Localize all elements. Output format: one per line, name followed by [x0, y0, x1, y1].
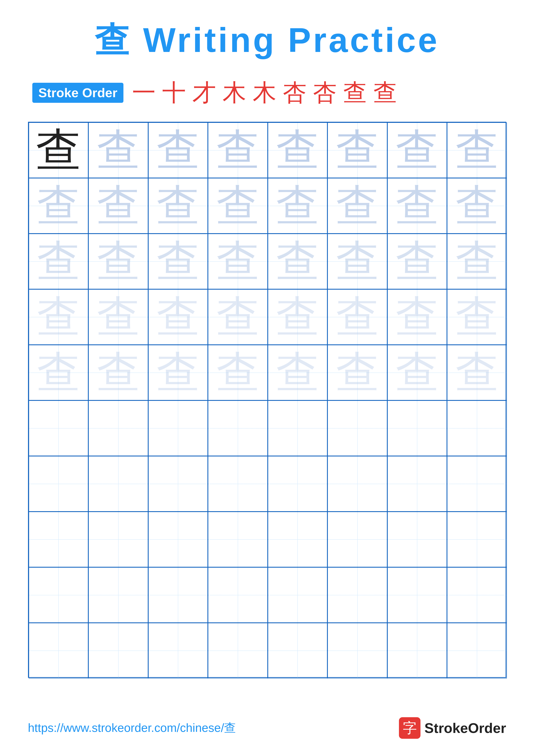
cell-char: 查 — [276, 184, 319, 228]
grid-cell[interactable] — [208, 567, 268, 623]
grid-cell[interactable] — [387, 512, 447, 567]
grid-cell[interactable]: 查 — [208, 345, 268, 400]
grid-cell[interactable]: 查 — [148, 233, 208, 289]
grid-cell[interactable]: 查 — [148, 345, 208, 400]
grid-cell[interactable]: 查 — [29, 345, 89, 400]
stroke-4: 木 — [222, 77, 246, 109]
grid-cell[interactable] — [29, 567, 89, 623]
grid-cell[interactable]: 查 — [268, 289, 328, 345]
grid-cell[interactable] — [148, 567, 208, 623]
cell-char: 查 — [36, 127, 81, 173]
cell-char: 查 — [156, 240, 199, 283]
grid-cell[interactable] — [387, 400, 447, 456]
grid-cell[interactable] — [148, 400, 208, 456]
grid-cell[interactable]: 查 — [148, 122, 208, 178]
grid-cell[interactable] — [208, 512, 268, 567]
page-title: 查 Writing Practice — [95, 17, 440, 64]
grid-cell[interactable]: 查 — [447, 178, 507, 233]
grid-cell[interactable]: 查 — [327, 122, 387, 178]
grid-cell[interactable] — [208, 456, 268, 512]
grid-cell[interactable] — [29, 400, 89, 456]
grid-cell[interactable]: 查 — [268, 178, 328, 233]
grid-cell[interactable]: 查 — [327, 345, 387, 400]
grid-cell[interactable] — [88, 456, 148, 512]
grid-cell[interactable] — [447, 567, 507, 623]
grid-cell[interactable]: 查 — [208, 289, 268, 345]
grid-cell[interactable] — [447, 400, 507, 456]
grid-cell[interactable]: 查 — [387, 178, 447, 233]
grid-cell[interactable]: 查 — [88, 233, 148, 289]
grid-cell[interactable]: 查 — [327, 178, 387, 233]
grid-cell[interactable]: 查 — [148, 289, 208, 345]
grid-cell[interactable] — [327, 400, 387, 456]
grid-cell[interactable]: 查 — [327, 233, 387, 289]
grid-cell[interactable]: 查 — [29, 233, 89, 289]
cell-char: 查 — [156, 351, 199, 394]
cell-char: 查 — [395, 184, 439, 228]
grid-cell[interactable] — [327, 623, 387, 678]
grid-cell[interactable] — [88, 400, 148, 456]
cell-char: 查 — [37, 184, 80, 228]
grid-cell[interactable] — [88, 623, 148, 678]
cell-char: 查 — [276, 351, 319, 394]
grid-cell[interactable]: 查 — [208, 233, 268, 289]
grid-cell[interactable]: 查 — [148, 178, 208, 233]
cell-char: 查 — [37, 240, 80, 283]
grid-cell[interactable] — [268, 512, 328, 567]
grid-cell[interactable]: 查 — [29, 178, 89, 233]
grid-cell[interactable] — [29, 623, 89, 678]
grid-cell[interactable] — [88, 567, 148, 623]
grid-cell[interactable] — [327, 512, 387, 567]
footer-url: https://www.strokeorder.com/chinese/查 — [28, 720, 236, 736]
grid-cell[interactable]: 查 — [327, 289, 387, 345]
grid-cell[interactable]: 查 — [387, 122, 447, 178]
grid-cell[interactable] — [327, 456, 387, 512]
grid-cell[interactable]: 查 — [268, 233, 328, 289]
grid-cell[interactable] — [148, 512, 208, 567]
grid-cell[interactable]: 查 — [88, 122, 148, 178]
footer-brand: 字 StrokeOrder — [399, 717, 506, 739]
grid-cell[interactable] — [327, 567, 387, 623]
grid-cell[interactable] — [447, 623, 507, 678]
grid-cell[interactable]: 查 — [88, 289, 148, 345]
grid-cell[interactable]: 查 — [268, 122, 328, 178]
cell-char: 查 — [97, 184, 140, 228]
stroke-order-badge: Stroke Order — [32, 83, 123, 103]
grid-cell[interactable] — [387, 623, 447, 678]
stroke-6: 杏 — [283, 77, 307, 109]
cell-char: 查 — [455, 240, 498, 283]
grid-cell[interactable] — [268, 567, 328, 623]
grid-cell[interactable] — [447, 456, 507, 512]
grid-cell[interactable] — [208, 400, 268, 456]
grid-cell[interactable] — [148, 456, 208, 512]
grid-cell[interactable] — [447, 512, 507, 567]
page: 查 Writing Practice Stroke Order 一 十 才 木 … — [0, 0, 534, 756]
grid-cell[interactable] — [29, 456, 89, 512]
grid-cell[interactable] — [88, 512, 148, 567]
grid-cell[interactable]: 查 — [387, 289, 447, 345]
grid-cell[interactable]: 查 — [447, 122, 507, 178]
cell-char: 查 — [97, 295, 140, 338]
title-chinese-char: 查 — [95, 21, 131, 59]
grid-cell[interactable]: 查 — [268, 345, 328, 400]
grid-cell[interactable]: 查 — [387, 233, 447, 289]
grid-cell[interactable]: 查 — [208, 122, 268, 178]
grid-cell[interactable]: 查 — [447, 233, 507, 289]
grid-cell[interactable]: 查 — [29, 289, 89, 345]
grid-cell[interactable] — [208, 623, 268, 678]
grid-cell[interactable]: 查 — [208, 178, 268, 233]
grid-cell[interactable] — [268, 456, 328, 512]
grid-cell[interactable]: 查 — [387, 345, 447, 400]
grid-cell[interactable]: 查 — [447, 289, 507, 345]
grid-cell[interactable] — [148, 623, 208, 678]
grid-cell[interactable]: 查 — [447, 345, 507, 400]
grid-cell[interactable] — [387, 567, 447, 623]
grid-cell[interactable] — [29, 512, 89, 567]
grid-cell[interactable] — [268, 623, 328, 678]
grid-cell[interactable]: 查 — [88, 178, 148, 233]
grid-cell[interactable]: 查 — [88, 345, 148, 400]
grid-cell[interactable] — [268, 400, 328, 456]
cell-char: 查 — [216, 129, 259, 172]
grid-cell[interactable] — [387, 456, 447, 512]
grid-cell[interactable]: 查 — [29, 122, 89, 178]
